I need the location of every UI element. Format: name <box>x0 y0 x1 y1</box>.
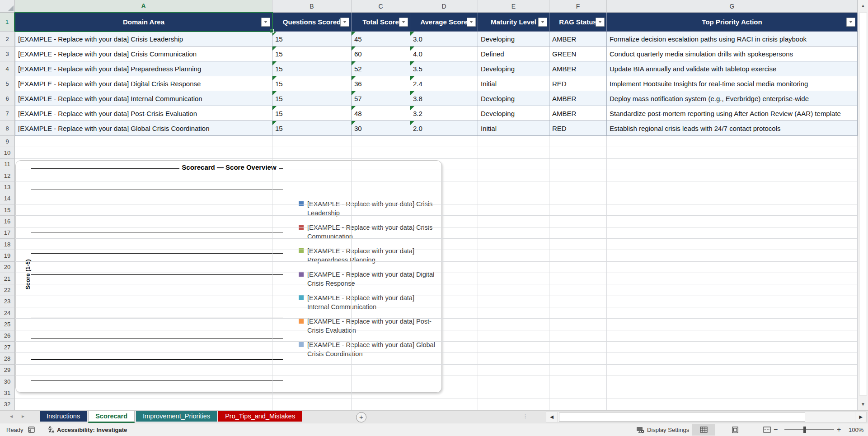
row-header-27[interactable]: 27 <box>0 342 15 353</box>
filter-button[interactable] <box>846 18 855 27</box>
row-header-26[interactable]: 26 <box>0 330 15 342</box>
header-cell-E1[interactable]: Maturity Level <box>478 13 549 32</box>
vertical-scroll-thumb[interactable] <box>859 13 867 395</box>
cell-C5[interactable]: 36 <box>352 76 410 91</box>
row-header-20[interactable]: 20 <box>0 262 15 273</box>
row-header-15[interactable]: 15 <box>0 204 15 216</box>
cell-D8[interactable]: 2.0 <box>410 121 478 136</box>
zoom-slider-handle[interactable] <box>803 427 806 433</box>
scroll-right-icon[interactable]: ▶ <box>855 412 866 422</box>
filter-button[interactable] <box>399 18 408 27</box>
cell-G7[interactable]: Standardize post-mortem reporting using … <box>607 106 858 121</box>
cell-E3[interactable]: Defined <box>478 46 549 61</box>
vertical-scrollbar[interactable]: ▲ ▼ <box>858 0 868 410</box>
filter-button[interactable] <box>538 18 547 27</box>
cell-E8[interactable]: Initial <box>478 121 549 136</box>
cell-A3[interactable]: [EXAMPLE - Replace with your data] Crisi… <box>15 46 272 61</box>
row-header-11[interactable]: 11 <box>0 159 15 170</box>
new-sheet-button[interactable]: + <box>356 412 366 422</box>
row-header-10[interactable]: 10 <box>0 147 15 158</box>
cell-E5[interactable]: Initial <box>478 76 549 91</box>
sheet-tab-instructions[interactable]: Instructions <box>40 411 87 422</box>
cell-D6[interactable]: 3.8 <box>410 91 478 106</box>
cell-G8[interactable]: Establish regional crisis leads with 24/… <box>607 121 858 136</box>
column-header-B[interactable]: B <box>272 0 352 13</box>
row-header-18[interactable]: 18 <box>0 239 15 250</box>
header-cell-F1[interactable]: RAG Status <box>549 13 607 32</box>
cell-A2[interactable]: [EXAMPLE - Replace with your data] Crisi… <box>15 32 272 46</box>
cell-C7[interactable]: 48 <box>352 106 410 121</box>
sheet-tab-pro_tips_and_mistakes[interactable]: Pro_Tips_and_Mistakes <box>218 411 302 422</box>
row-header-13[interactable]: 13 <box>0 181 15 193</box>
row-header-19[interactable]: 19 <box>0 250 15 261</box>
column-header-D[interactable]: D <box>410 0 478 13</box>
cell-B7[interactable]: 15 <box>272 106 352 121</box>
cell-C8[interactable]: 30 <box>352 121 410 136</box>
row-header-9[interactable]: 9 <box>0 136 15 147</box>
cell-B2[interactable]: 15 <box>272 32 352 46</box>
column-header-E[interactable]: E <box>478 0 549 13</box>
accessibility-status-label[interactable]: Accessibility: Investigate <box>57 423 127 436</box>
cell-G6[interactable]: Deploy mass notification system (e.g., E… <box>607 91 858 106</box>
row-header-5[interactable]: 5 <box>0 76 15 91</box>
normal-view-button[interactable] <box>692 424 715 436</box>
row-header-25[interactable]: 25 <box>0 319 15 330</box>
scroll-left-icon[interactable]: ◀ <box>546 412 558 422</box>
header-cell-C1[interactable]: Total Score <box>352 13 410 32</box>
zoom-percent-label[interactable]: 100% <box>849 423 863 436</box>
cell-B8[interactable]: 15 <box>272 121 352 136</box>
cell-A4[interactable]: [EXAMPLE - Replace with your data] Prepa… <box>15 61 272 76</box>
tab-scroll-right-icon[interactable]: ▸ <box>22 413 24 419</box>
row-header-29[interactable]: 29 <box>0 365 15 376</box>
row-header-1[interactable]: 1 <box>0 13 15 32</box>
horizontal-scrollbar[interactable]: ◀ ▶ <box>546 412 867 422</box>
header-cell-D1[interactable]: Average Score <box>410 13 478 32</box>
cell-D7[interactable]: 3.2 <box>410 106 478 121</box>
row-header-32[interactable]: 32 <box>0 399 15 410</box>
macro-record-icon[interactable] <box>28 423 35 436</box>
cell-F7[interactable]: AMBER <box>549 106 607 121</box>
filter-button[interactable] <box>261 18 270 27</box>
cell-B5[interactable]: 15 <box>272 76 352 91</box>
header-cell-B1[interactable]: Questions Scored <box>272 13 352 32</box>
display-settings-label[interactable]: Display Settings <box>647 423 689 436</box>
accessibility-icon[interactable] <box>47 423 55 436</box>
filter-button[interactable] <box>596 18 605 27</box>
zoom-slider-track[interactable] <box>784 429 834 430</box>
cell-F3[interactable]: GREEN <box>549 46 607 61</box>
cell-B4[interactable]: 15 <box>272 61 352 76</box>
cell-A8[interactable]: [EXAMPLE - Replace with your data] Globa… <box>15 121 272 136</box>
row-header-24[interactable]: 24 <box>0 307 15 319</box>
cell-C3[interactable]: 60 <box>352 46 410 61</box>
scroll-down-icon[interactable]: ▼ <box>858 399 868 409</box>
cell-G5[interactable]: Implement Hootsuite Insights for real-ti… <box>607 76 858 91</box>
display-settings-icon[interactable] <box>636 423 645 436</box>
cell-A5[interactable]: [EXAMPLE - Replace with your data] Digit… <box>15 76 272 91</box>
row-header-16[interactable]: 16 <box>0 216 15 227</box>
row-header-7[interactable]: 7 <box>0 106 15 121</box>
cell-D3[interactable]: 4.0 <box>410 46 478 61</box>
cell-E6[interactable]: Developing <box>478 91 549 106</box>
row-header-31[interactable]: 31 <box>0 387 15 399</box>
row-header-6[interactable]: 6 <box>0 91 15 106</box>
cell-D4[interactable]: 3.5 <box>410 61 478 76</box>
row-header-12[interactable]: 12 <box>0 170 15 181</box>
row-header-23[interactable]: 23 <box>0 296 15 307</box>
cell-E2[interactable]: Developing <box>478 32 549 46</box>
filter-button[interactable] <box>340 18 349 27</box>
cell-A6[interactable]: [EXAMPLE - Replace with your data] Inter… <box>15 91 272 106</box>
cell-B3[interactable]: 15 <box>272 46 352 61</box>
horizontal-scroll-thumb[interactable] <box>559 413 805 422</box>
row-header-8[interactable]: 8 <box>0 121 15 136</box>
cell-F2[interactable]: AMBER <box>549 32 607 46</box>
row-header-2[interactable]: 2 <box>0 32 15 46</box>
row-header-4[interactable]: 4 <box>0 61 15 76</box>
row-header-30[interactable]: 30 <box>0 376 15 387</box>
header-cell-A1[interactable]: Domain Area <box>15 13 272 32</box>
cell-E4[interactable]: Developing <box>478 61 549 76</box>
column-header-C[interactable]: C <box>352 0 410 13</box>
cell-B6[interactable]: 15 <box>272 91 352 106</box>
column-header-A[interactable]: A <box>15 0 272 13</box>
cell-C4[interactable]: 52 <box>352 61 410 76</box>
sheet-tab-improvement_priorities[interactable]: Improvement_Priorities <box>136 411 217 422</box>
